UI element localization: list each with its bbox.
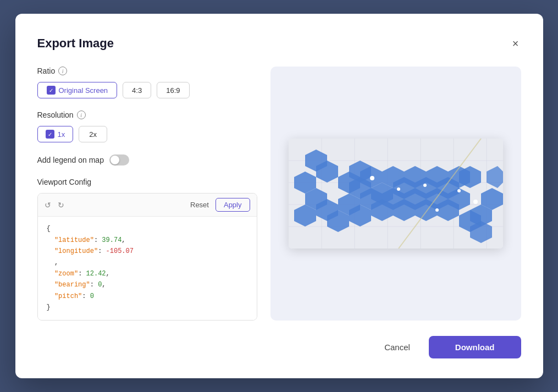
modal-footer: Cancel Download [37, 336, 521, 358]
ratio-original-label: Original Screen [59, 86, 108, 95]
svg-point-51 [473, 200, 478, 204]
resolution-label: Resolution i [37, 111, 257, 119]
map-preview-panel [270, 67, 521, 320]
ratio-4-3-button[interactable]: 4:3 [123, 82, 151, 98]
redo-icon[interactable]: ↻ [58, 201, 64, 209]
export-modal: Export Image × Ratio i ✓ Original Screen [15, 14, 543, 378]
resolution-2x-button[interactable]: 2x [79, 126, 107, 142]
viewport-toolbar: ↺ ↻ Reset Apply [38, 194, 257, 217]
left-panel: Ratio i ✓ Original Screen 4:3 16:9 [37, 67, 257, 320]
viewport-box: ↺ ↻ Reset Apply { "latitude": 39.74, "lo… [37, 193, 257, 320]
ratio-label: Ratio i [37, 67, 257, 75]
toggle-knob [111, 156, 119, 164]
legend-toggle[interactable] [109, 154, 129, 165]
svg-point-52 [435, 208, 439, 212]
reset-button[interactable]: Reset [190, 201, 209, 209]
modal-header: Export Image × [37, 36, 521, 51]
svg-point-47 [370, 176, 374, 180]
legend-label: Add legend on map [37, 156, 104, 164]
ratio-4-3-label: 4:3 [132, 86, 142, 95]
res-1x-check-icon: ✓ [46, 130, 54, 139]
svg-point-50 [457, 189, 461, 192]
ratio-16-9-label: 16:9 [166, 86, 180, 95]
viewport-label: Viewport Config [37, 178, 257, 186]
download-button[interactable]: Download [429, 336, 521, 358]
ratio-original-button[interactable]: ✓ Original Screen [37, 82, 118, 98]
resolution-buttons: ✓ 1x 2x [37, 126, 257, 142]
svg-point-48 [397, 187, 400, 191]
ratio-section: Ratio i ✓ Original Screen 4:3 16:9 [37, 67, 257, 98]
map-preview [289, 139, 503, 249]
viewport-section: Viewport Config ↺ ↻ Reset Apply { "latit… [37, 178, 257, 320]
undo-icon[interactable]: ↺ [45, 201, 51, 209]
ratio-buttons: ✓ Original Screen 4:3 16:9 [37, 82, 257, 98]
modal-title: Export Image [37, 36, 114, 51]
res-2x-label: 2x [89, 130, 97, 139]
apply-button[interactable]: Apply [216, 198, 250, 212]
res-1x-label: 1x [58, 130, 65, 139]
ratio-text: Ratio [37, 67, 56, 75]
legend-row: Add legend on map [37, 154, 257, 165]
svg-point-49 [423, 184, 427, 187]
map-svg [289, 139, 503, 249]
resolution-text: Resolution [37, 111, 74, 119]
original-check-icon: ✓ [47, 86, 56, 95]
resolution-section: Resolution i ✓ 1x 2x [37, 111, 257, 142]
modal-body: Ratio i ✓ Original Screen 4:3 16:9 [37, 67, 521, 320]
resolution-info-icon[interactable]: i [77, 111, 86, 119]
close-button[interactable]: × [510, 36, 521, 51]
ratio-16-9-button[interactable]: 16:9 [157, 82, 189, 98]
ratio-info-icon[interactable]: i [58, 67, 67, 75]
resolution-1x-button[interactable]: ✓ 1x [37, 126, 74, 142]
modal-overlay: Export Image × Ratio i ✓ Original Screen [0, 0, 558, 392]
cancel-button[interactable]: Cancel [373, 337, 421, 357]
code-editor[interactable]: { "latitude": 39.74, "longitude": -105.0… [38, 217, 257, 319]
